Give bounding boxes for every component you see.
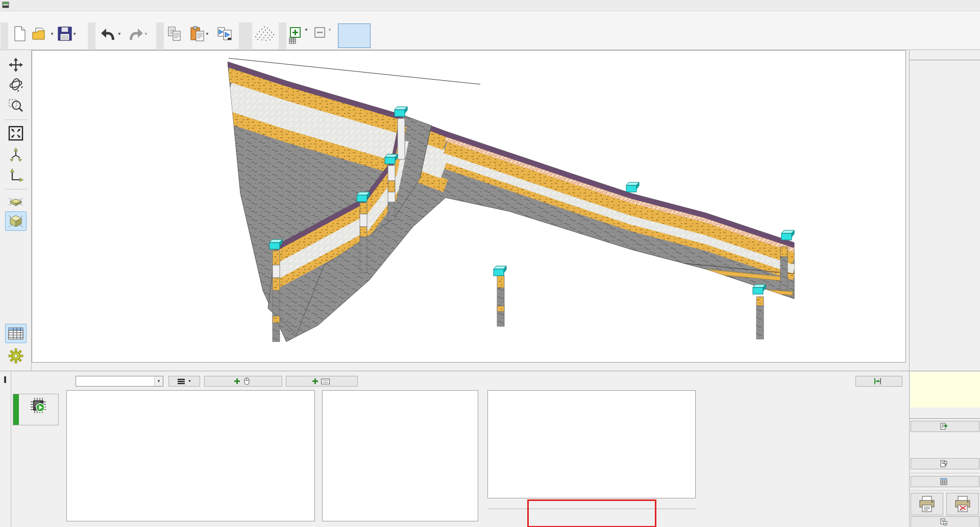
- list-of-pictures-button[interactable]: [911, 458, 979, 469]
- borehole-column-n2: [756, 297, 764, 339]
- borehole-column-bh6: [360, 203, 367, 273]
- add-picture-button[interactable]: [911, 421, 979, 432]
- geological-fence-long: [228, 62, 794, 342]
- remove-stage-dropdown[interactable]: ▼: [328, 28, 332, 32]
- axes-3d-button[interactable]: [5, 145, 27, 164]
- add-stage-dropdown[interactable]: ▼: [304, 28, 308, 32]
- borehole-table: [66, 390, 315, 521]
- copy-view-button[interactable]: [911, 516, 979, 527]
- zoom-window-button[interactable]: [5, 96, 27, 115]
- model-not-generated-warning: [910, 372, 980, 408]
- model-again-icon: [874, 377, 881, 385]
- plus-icon: [312, 378, 318, 385]
- copy-button[interactable]: [167, 25, 182, 42]
- frames-panel-header: [910, 50, 980, 60]
- model-viewport-3d[interactable]: [32, 50, 906, 363]
- list-of-pictures-icon: [940, 460, 947, 467]
- minimize-button[interactable]: [913, 0, 935, 11]
- generate-button[interactable]: [13, 394, 59, 425]
- borehole-column-bh3: [780, 247, 788, 291]
- view-front-button[interactable]: [5, 192, 27, 211]
- paste-special-button[interactable]: [217, 25, 233, 42]
- outputs-panel: [909, 371, 980, 527]
- modeling-mode-select[interactable]: ▼: [76, 376, 163, 387]
- redo-dropdown[interactable]: ▼: [144, 32, 148, 36]
- generate-progress-bar: [13, 394, 19, 425]
- title-bar: [0, 0, 980, 11]
- borehole-marker-bh2: [626, 182, 639, 192]
- add-textually-button[interactable]: [286, 376, 358, 387]
- borehole-column-bh1: [398, 118, 405, 159]
- stage-tab-1[interactable]: [375, 23, 394, 48]
- paste-button[interactable]: ▼: [190, 25, 209, 42]
- borehole-marker-bh3: [781, 230, 794, 240]
- view-tool-strip: [0, 50, 32, 371]
- open-file-button[interactable]: ▼: [32, 25, 54, 42]
- open-file-dropdown[interactable]: ▼: [50, 32, 54, 36]
- list-of-annexes-icon: [940, 478, 947, 485]
- stage-tab-model[interactable]: [338, 23, 371, 48]
- app-icon: [2, 1, 9, 10]
- add-graphically-button[interactable]: [204, 376, 282, 387]
- list-options-button[interactable]: ▼: [168, 376, 200, 387]
- outputs-header: [910, 409, 980, 419]
- rotate-view-button[interactable]: [5, 75, 27, 94]
- printer-selection-icon: [953, 495, 972, 513]
- keyboard-icon: [321, 378, 330, 385]
- modeling-mode-caret-icon: ▼: [154, 376, 163, 386]
- geo5-app-window: ▼ ▼ ▼ ▼ ▼: [0, 0, 980, 527]
- not-assigned-warning-box: [527, 499, 656, 527]
- printer-icon: [918, 495, 936, 513]
- undo-dropdown[interactable]: ▼: [117, 32, 121, 36]
- undo-button[interactable]: ▼: [100, 25, 121, 42]
- copy-view-icon: [940, 518, 947, 525]
- remove-stage-button[interactable]: [314, 23, 325, 41]
- save-file-dropdown[interactable]: ▼: [72, 32, 77, 36]
- list-icon: [177, 378, 185, 385]
- print-selection-button[interactable]: [946, 493, 979, 515]
- redo-button[interactable]: ▼: [127, 25, 148, 42]
- pan-view-button[interactable]: [5, 55, 27, 75]
- view-isometric-button[interactable]: [5, 211, 27, 231]
- toolbar-group-stage-label: [279, 22, 286, 49]
- toolbar-group-clipboard-label: [156, 22, 164, 49]
- geological-model-bottom-panel: ▼ ▼: [0, 371, 909, 527]
- frame-side-tab[interactable]: [0, 371, 11, 527]
- plus-icon: [234, 378, 240, 385]
- list-of-annexes-button[interactable]: [911, 476, 979, 487]
- fit-to-window-button[interactable]: [5, 124, 27, 143]
- main-toolbar: ▼ ▼ ▼ ▼ ▼: [0, 22, 980, 50]
- borehole-column-bh4: [273, 251, 280, 342]
- point-cloud-button[interactable]: [254, 25, 276, 42]
- borehole-marker-bh1: [395, 107, 407, 116]
- new-file-button[interactable]: [13, 25, 27, 42]
- frame-tab-handle: [4, 376, 6, 383]
- mouse-icon: [243, 377, 251, 385]
- add-picture-icon: [940, 423, 947, 430]
- toolbar-group-file-label: [1, 22, 8, 49]
- model-again-button[interactable]: [855, 376, 902, 387]
- settings-gear-button[interactable]: [5, 346, 27, 366]
- borehole-marker-n: [494, 266, 506, 276]
- generate-icon: [30, 397, 47, 416]
- table-view-button[interactable]: [5, 324, 27, 343]
- toolbar-group-point-cloud-label: [239, 22, 252, 49]
- interface-table: [487, 390, 696, 498]
- paste-dropdown[interactable]: ▼: [205, 32, 209, 36]
- axes-2d-button[interactable]: [5, 166, 27, 186]
- borehole-column-n: [497, 275, 504, 326]
- interface-table-footer: [487, 498, 696, 527]
- close-button[interactable]: [958, 0, 980, 11]
- save-file-button[interactable]: ▼: [57, 25, 77, 42]
- stage-names-button[interactable]: [289, 38, 298, 44]
- geological-model-scene: [32, 51, 905, 362]
- print-button[interactable]: [911, 493, 943, 515]
- maximize-button[interactable]: [935, 0, 958, 11]
- selection-list-box[interactable]: [322, 390, 478, 521]
- borehole-marker-n2: [753, 284, 766, 294]
- frames-panel: [909, 50, 980, 371]
- stage-names-icon: [289, 38, 296, 44]
- toolbar-group-data-label: [88, 22, 95, 49]
- menu-bar: [0, 11, 980, 22]
- borehole-column-bh5: [388, 165, 395, 220]
